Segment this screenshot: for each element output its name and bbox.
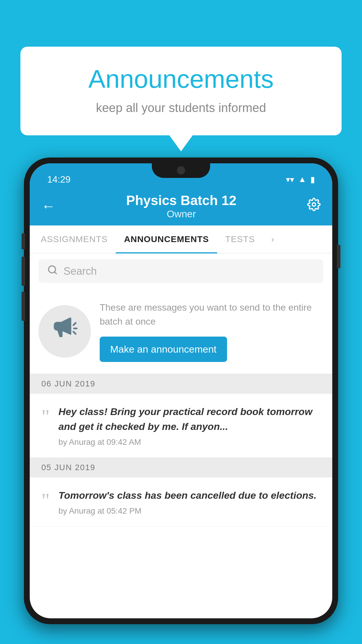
speech-bubble: Announcements keep all your students inf…: [20, 47, 342, 135]
header-title: Physics Batch 12: [55, 192, 307, 208]
announcement-cta: These are messages you want to send to t…: [30, 289, 332, 374]
announcement-meta-2: by Anurag at 05:42 PM: [59, 506, 321, 516]
tabs-bar: ASSIGNMENTS ANNOUNCEMENTS TESTS ›: [30, 225, 332, 253]
phone-mute-button: [22, 233, 25, 249]
phone-container: 14:29 ▾▾ ▲ ▮ ← Physics Batch 12 Owner: [24, 158, 338, 644]
quote-icon-2: ": [41, 490, 50, 511]
announcement-content-2: Tomorrow's class has been cancelled due …: [59, 488, 321, 516]
search-bar-container: Search: [30, 253, 332, 289]
settings-button[interactable]: [307, 198, 321, 214]
date-separator-2: 05 JUN 2019: [30, 458, 332, 477]
header-center: Physics Batch 12 Owner: [55, 192, 307, 220]
announcement-meta-1: by Anurag at 09:42 AM: [59, 438, 321, 447]
phone-camera: [177, 166, 185, 174]
make-announcement-button[interactable]: Make an announcement: [100, 337, 227, 362]
announcement-content-1: Hey class! Bring your practical record b…: [59, 404, 321, 447]
svg-line-5: [73, 332, 76, 334]
announcement-icon-circle: [38, 305, 91, 358]
svg-line-2: [55, 272, 57, 274]
speech-bubble-title: Announcements: [44, 64, 318, 94]
announcement-item-1[interactable]: " Hey class! Bring your practical record…: [30, 394, 332, 458]
announcement-cta-right: These are messages you want to send to t…: [100, 300, 324, 362]
announcement-text-2: Tomorrow's class has been cancelled due …: [59, 488, 321, 503]
megaphone-icon: [52, 315, 78, 347]
speech-bubble-arrow: [169, 135, 193, 151]
signal-icon: ▲: [298, 175, 306, 184]
tab-tests[interactable]: TESTS: [217, 225, 263, 253]
wifi-icon: ▾▾: [286, 175, 294, 184]
status-time: 14:29: [47, 174, 71, 185]
phone-notch: [152, 163, 210, 178]
phone-frame: 14:29 ▾▾ ▲ ▮ ← Physics Batch 12 Owner: [24, 158, 338, 624]
speech-bubble-subtitle: keep all your students informed: [44, 101, 318, 115]
phone-screen: 14:29 ▾▾ ▲ ▮ ← Physics Batch 12 Owner: [30, 163, 332, 618]
announcement-text-1: Hey class! Bring your practical record b…: [59, 404, 321, 434]
header-subtitle: Owner: [55, 208, 307, 220]
phone-volume-up-button: [22, 257, 25, 286]
quote-icon-1: ": [41, 407, 50, 427]
back-button[interactable]: ←: [41, 198, 55, 214]
svg-point-0: [312, 203, 316, 206]
announcement-item-2[interactable]: " Tomorrow's class has been cancelled du…: [30, 477, 332, 526]
speech-bubble-container: Announcements keep all your students inf…: [20, 47, 342, 151]
tab-assignments[interactable]: ASSIGNMENTS: [33, 225, 116, 253]
battery-icon: ▮: [310, 175, 315, 184]
phone-volume-down-button: [22, 292, 25, 321]
tab-more[interactable]: ›: [263, 225, 282, 253]
announcement-cta-description: These are messages you want to send to t…: [100, 300, 324, 328]
search-bar[interactable]: Search: [38, 259, 324, 283]
phone-power-button: [337, 245, 340, 268]
tab-announcements[interactable]: ANNOUNCEMENTS: [116, 225, 217, 253]
date-separator-1: 06 JUN 2019: [30, 374, 332, 394]
status-icons: ▾▾ ▲ ▮: [286, 175, 315, 184]
search-placeholder: Search: [64, 265, 97, 277]
search-icon: [47, 265, 58, 278]
svg-line-3: [73, 323, 76, 325]
